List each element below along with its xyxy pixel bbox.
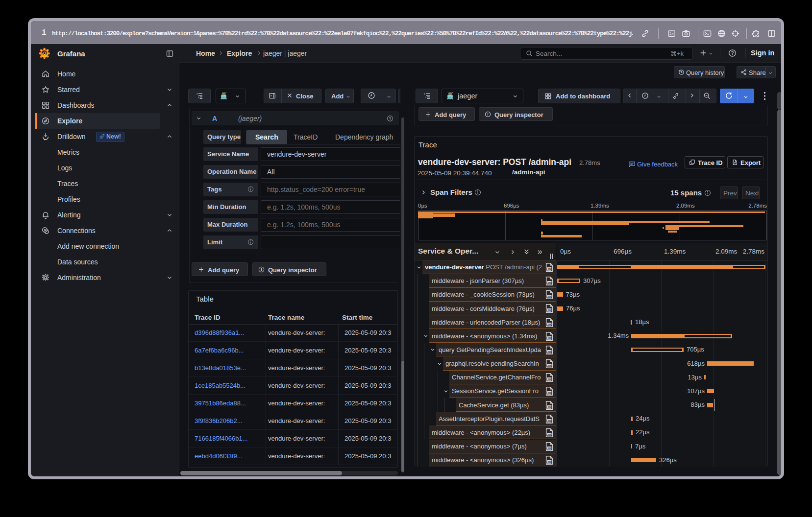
- svg-text:LOG: LOG: [546, 378, 552, 381]
- svg-text:LOG: LOG: [546, 295, 552, 298]
- svg-text:LOG: LOG: [546, 336, 552, 339]
- svg-text:LOG: LOG: [546, 446, 552, 449]
- svg-text:LOG: LOG: [546, 282, 552, 284]
- svg-text:LOG: LOG: [546, 461, 552, 464]
- svg-text:LOG: LOG: [546, 405, 552, 408]
- svg-text:LOG: LOG: [546, 323, 552, 326]
- svg-text:LOG: LOG: [546, 268, 552, 271]
- svg-text:LOG: LOG: [546, 364, 552, 367]
- svg-text:LOG: LOG: [546, 419, 552, 422]
- svg-text:LOG: LOG: [546, 350, 552, 353]
- svg-text:LOG: LOG: [546, 392, 552, 395]
- svg-text:LOG: LOG: [546, 309, 552, 312]
- svg-text:LOG: LOG: [546, 433, 552, 436]
